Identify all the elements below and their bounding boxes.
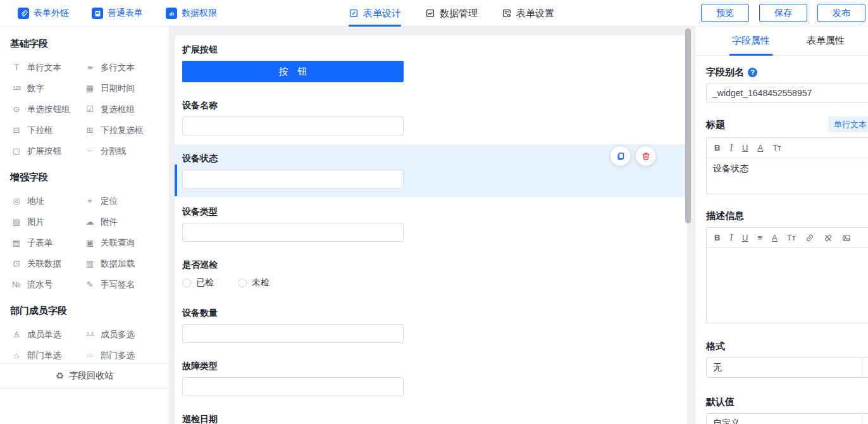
underline-icon[interactable]: U (742, 144, 748, 152)
canvas-field-fault-type[interactable]: 故障类型 (175, 352, 687, 405)
title-editor-content[interactable]: 设备状态 (707, 158, 868, 194)
data-permission-label: 数据权限 (182, 8, 217, 19)
canvas-field-device-count[interactable]: 设备数量 (175, 299, 687, 352)
field-type-dropdown[interactable]: 单行文本 (828, 116, 868, 132)
field-label: 扩展按钮 (182, 43, 679, 56)
font-color-icon[interactable]: A (772, 234, 778, 242)
tab-form-properties[interactable]: 表单属性 (807, 27, 845, 56)
sidebar-item-data-load[interactable]: ▥数据加载 (84, 253, 157, 274)
linked-data-icon: ⊡ (10, 259, 23, 268)
properties-panel: 字段属性 表单属性 字段别名 ? 标题 单行文本 (695, 27, 868, 424)
canvas-field-inspected[interactable]: 是否巡检 已检 未检 (175, 251, 687, 299)
unlink-icon[interactable] (824, 234, 833, 242)
canvas-field-extend-button[interactable]: 扩展按钮 按 钮 (175, 35, 687, 91)
description-editor-content[interactable] (707, 248, 868, 323)
sidebar-item-member-single[interactable]: ♙成员单选 (10, 324, 84, 345)
device-status-input[interactable] (182, 170, 404, 189)
canvas-field-device-type[interactable]: 设备类型 (175, 197, 687, 251)
preview-button[interactable]: 预览 (701, 4, 749, 22)
form-settings-icon (502, 8, 512, 18)
sidebar-item-label: 地址 (27, 196, 44, 207)
sidebar-item-single-line-text[interactable]: T单行文本 (10, 57, 84, 78)
canvas-field-device-name[interactable]: 设备名称 (175, 91, 687, 144)
sidebar-item-linked-data[interactable]: ⊡关联数据 (10, 253, 84, 274)
sidebar-item-image[interactable]: ▨图片 (10, 211, 84, 232)
canvas-field-device-status[interactable]: 设备状态 (175, 144, 687, 197)
select-caret-cell (862, 358, 868, 377)
format-select[interactable]: 无 (706, 358, 868, 378)
delete-field-button[interactable] (636, 146, 655, 166)
form-external-link-button[interactable]: 表单外链 (18, 8, 69, 19)
canvas-field-inspect-date[interactable]: 巡检日期 7 (175, 405, 687, 424)
tab-field-properties[interactable]: 字段属性 (732, 27, 770, 56)
sidebar-item-divider[interactable]: ┄分割线 (84, 140, 157, 161)
tab-form-design-label: 表单设计 (363, 8, 401, 20)
sidebar-item-number[interactable]: 123数字 (10, 78, 84, 99)
fault-type-input[interactable] (182, 377, 404, 396)
image-icon: ▨ (10, 218, 23, 226)
number-icon: 123 (10, 85, 23, 91)
sidebar-section-grid: ♙成员单选♙♙成员多选⌂部门单选⌂⌂部门多选 (10, 324, 159, 366)
recycle-icon: ♻ (56, 370, 64, 382)
publish-button[interactable]: 发布 (817, 4, 865, 22)
field-label: 是否巡检 (182, 258, 679, 271)
sidebar-item-label: 关联查询 (101, 237, 135, 249)
italic-icon[interactable]: I (729, 144, 733, 153)
sidebar-item-subform[interactable]: ▤子表单 (10, 232, 84, 253)
sidebar-item-address[interactable]: ◎地址 (10, 190, 84, 211)
underline-icon[interactable]: U (742, 234, 748, 242)
normal-form-button[interactable]: 普通表单 (92, 8, 143, 19)
sidebar-item-linked-query[interactable]: ▣关联查询 (84, 232, 157, 253)
sidebar-item-label: 下拉框 (27, 125, 53, 136)
default-value-select[interactable]: 自定义 (706, 413, 868, 424)
field-palette-sections: 基础字段T单行文本≡多行文本123数字▦日期时间⊙单选按钮组☑复选框组⊟下拉框⊞… (10, 35, 159, 366)
device-type-input[interactable] (182, 223, 404, 242)
sidebar-item-location[interactable]: ⌖定位 (84, 190, 157, 211)
sidebar-item-multi-line-text[interactable]: ≡多行文本 (84, 57, 157, 78)
canvas-scrollbar[interactable] (685, 28, 691, 223)
sidebar-item-label: 流水号 (27, 279, 53, 290)
radio-icon[interactable] (238, 278, 247, 287)
save-button[interactable]: 保存 (759, 4, 807, 22)
data-permission-button[interactable]: 数据权限 (166, 8, 217, 19)
strikethrough-icon[interactable]: ≡ (757, 234, 762, 242)
subform-icon: ▤ (10, 239, 23, 247)
font-color-icon[interactable]: A (757, 144, 763, 152)
radio-option-unchecked[interactable]: 未检 (238, 277, 270, 289)
extend-button-widget[interactable]: 按 钮 (182, 61, 404, 82)
italic-icon[interactable]: I (729, 234, 733, 242)
tab-form-settings[interactable]: 表单设置 (502, 0, 554, 27)
sidebar-item-serial-number[interactable]: №流水号 (10, 274, 84, 295)
sidebar-item-radio-group[interactable]: ⊙单选按钮组 (10, 99, 84, 120)
bold-icon[interactable]: B (714, 234, 720, 242)
help-icon[interactable]: ? (748, 68, 757, 77)
sidebar-item-select[interactable]: ⊟下拉框 (10, 120, 84, 140)
form-designer-app: 表单外链 普通表单 数据权限 表单设计 数据管理 (0, 0, 868, 424)
bold-icon[interactable]: B (714, 144, 720, 152)
sidebar-item-attachment[interactable]: ☁附件 (84, 211, 157, 232)
link-icon[interactable] (805, 234, 814, 242)
image-icon[interactable] (842, 234, 851, 242)
duplicate-field-button[interactable] (611, 146, 630, 166)
sidebar-item-signature[interactable]: ✎手写签名 (84, 274, 157, 295)
sidebar-item-checkbox-group[interactable]: ☑复选框组 (84, 99, 157, 120)
font-size-icon[interactable]: Tᴛ (772, 144, 781, 152)
dept-single-icon: ⌂ (10, 351, 23, 359)
alias-label: 字段别名 (706, 66, 744, 78)
tab-form-design[interactable]: 表单设计 (349, 0, 401, 27)
normal-form-label: 普通表单 (108, 8, 143, 19)
font-size-icon[interactable]: Tᴛ (787, 234, 796, 242)
device-name-input[interactable] (182, 116, 404, 135)
sidebar-item-datetime[interactable]: ▦日期时间 (84, 78, 157, 99)
device-count-input[interactable] (182, 324, 404, 343)
field-recycle-bin-button[interactable]: ♻ 字段回收站 (0, 363, 169, 389)
sidebar-item-multi-select[interactable]: ⊞下拉复选框 (84, 120, 157, 140)
main-area: 基础字段T单行文本≡多行文本123数字▦日期时间⊙单选按钮组☑复选框组⊟下拉框⊞… (0, 27, 868, 424)
radio-option-checked[interactable]: 已检 (182, 277, 214, 289)
sidebar-item-extend-button[interactable]: ▢扩展按钮 (10, 140, 84, 161)
sidebar-item-member-multi[interactable]: ♙♙成员多选 (84, 324, 157, 345)
tab-data-manage[interactable]: 数据管理 (425, 0, 478, 27)
field-properties-body: 字段别名 ? 标题 单行文本 B I U (695, 56, 868, 424)
alias-input[interactable] (706, 84, 868, 103)
radio-icon[interactable] (182, 278, 191, 287)
